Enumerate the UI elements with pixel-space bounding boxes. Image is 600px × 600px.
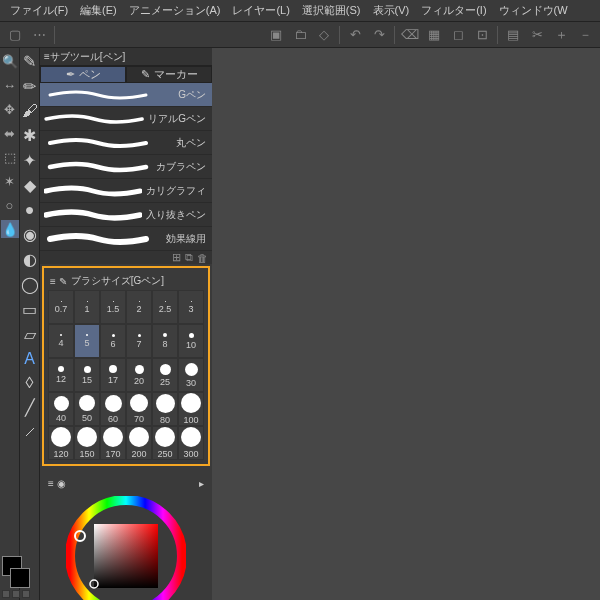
text-icon[interactable]: A — [24, 350, 35, 368]
box-icon[interactable]: ◻ — [447, 24, 469, 46]
del-subtool-icon[interactable]: 🗑 — [197, 252, 208, 264]
brush-size-cell[interactable]: 12 — [48, 358, 74, 392]
brush-size-cell[interactable]: 20 — [126, 358, 152, 392]
brush-size-cell[interactable]: 1 — [74, 290, 100, 324]
tab-marker[interactable]: ✎ マーカー — [126, 66, 212, 83]
brush-size-cell[interactable]: 70 — [126, 392, 152, 426]
folder-icon[interactable]: 🗀 — [289, 24, 311, 46]
brush-size-cell[interactable]: 60 — [100, 392, 126, 426]
brush-size-cell[interactable]: 3 — [178, 290, 204, 324]
add-subtool-icon[interactable]: ⊞ — [172, 251, 181, 264]
pen-item[interactable]: 入り抜きペン — [40, 203, 212, 227]
deco-icon[interactable]: ✦ — [23, 151, 36, 170]
pen-item[interactable]: 丸ペン — [40, 131, 212, 155]
brush-size-label: 15 — [82, 375, 92, 385]
brush-size-cell[interactable]: 80 — [152, 392, 178, 426]
crop-icon[interactable]: ✂ — [526, 24, 548, 46]
layer-move-icon[interactable]: ⬌ — [1, 124, 19, 142]
brush-size-cell[interactable]: 17 — [100, 358, 126, 392]
brush-size-cell[interactable]: 30 — [178, 358, 204, 392]
brush-size-cell[interactable]: 50 — [74, 392, 100, 426]
grid-icon[interactable]: ▤ — [502, 24, 524, 46]
brush-size-cell[interactable]: 2.5 — [152, 290, 178, 324]
brush-size-cell[interactable]: 7 — [126, 324, 152, 358]
brush-size-cell[interactable]: 2 — [126, 290, 152, 324]
pencil-icon[interactable]: ✏ — [23, 77, 36, 96]
brush-size-cell[interactable]: 40 — [48, 392, 74, 426]
fill-icon[interactable]: ▦ — [423, 24, 445, 46]
menu-animation[interactable]: アニメーション(A) — [123, 3, 227, 18]
brush-size-cell[interactable]: 4 — [48, 324, 74, 358]
brush-size-cell[interactable]: 15 — [74, 358, 100, 392]
blend-icon[interactable]: ● — [25, 201, 35, 219]
menu-file[interactable]: ファイル(F) — [4, 3, 74, 18]
move-icon[interactable]: ↔ — [1, 76, 19, 94]
subtool-header: ≡ サブツール[ペン] — [40, 48, 212, 66]
brush-size-label: 200 — [131, 449, 146, 459]
clear-icon[interactable]: ⌫ — [399, 24, 421, 46]
undo-icon[interactable]: ↶ — [344, 24, 366, 46]
brush-icon[interactable]: 🖌 — [22, 102, 38, 120]
color-wheel[interactable] — [66, 496, 186, 600]
menu-layer[interactable]: レイヤー(L) — [226, 3, 295, 18]
brush-size-cell[interactable]: 200 — [126, 426, 152, 460]
lasso-icon[interactable]: ○ — [1, 196, 19, 214]
tool-palette-2: ✎ ✏ 🖌 ✱ ✦ ◆ ● ◉ ◐ ◯ ▭ ▱ A ◊ ╱ ⟋ — [20, 48, 40, 600]
brush-size-label: 60 — [108, 414, 118, 424]
new-doc-icon[interactable]: ▢ — [4, 24, 26, 46]
menu-selection[interactable]: 選択範囲(S) — [296, 3, 367, 18]
brush-size-cell[interactable]: 0.7 — [48, 290, 74, 324]
eyedrop-icon[interactable]: 💧 — [1, 220, 19, 238]
tag-icon[interactable]: ◇ — [313, 24, 335, 46]
brush-size-cell[interactable]: 100 — [178, 392, 204, 426]
fill-tool-icon[interactable]: ◉ — [23, 225, 37, 244]
pen-item[interactable]: 効果線用 — [40, 227, 212, 251]
brush-size-cell[interactable]: 1.5 — [100, 290, 126, 324]
pen-item[interactable]: カリグラフィ — [40, 179, 212, 203]
brush-size-cell[interactable]: 250 — [152, 426, 178, 460]
brush-size-cell[interactable]: 8 — [152, 324, 178, 358]
pen-item[interactable]: Gペン — [40, 83, 212, 107]
brush-size-cell[interactable]: 25 — [152, 358, 178, 392]
menu-window[interactable]: ウィンドウ(W — [493, 3, 574, 18]
brush-size-cell[interactable]: 150 — [74, 426, 100, 460]
line-icon[interactable]: ╱ — [25, 398, 35, 417]
zoom-icon[interactable]: ⊡ — [471, 24, 493, 46]
magnify-icon[interactable]: 🔍 — [1, 52, 19, 70]
brush-size-cell[interactable]: 6 — [100, 324, 126, 358]
correct-icon[interactable]: ⟋ — [22, 423, 38, 441]
marquee-icon[interactable]: ⬚ — [1, 148, 19, 166]
plus-icon[interactable]: ＋ — [550, 24, 572, 46]
brush-size-label: 50 — [82, 413, 92, 423]
menu-edit[interactable]: 編集(E) — [74, 3, 123, 18]
brush-size-cell[interactable]: 10 — [178, 324, 204, 358]
pen-name: 効果線用 — [156, 232, 212, 246]
balloon-icon[interactable]: ◊ — [26, 374, 34, 392]
pen-icon[interactable]: ✎ — [23, 52, 36, 71]
menu-filter[interactable]: フィルター(I) — [415, 3, 492, 18]
brush-size-label: 12 — [56, 374, 66, 384]
redo-icon[interactable]: ↷ — [368, 24, 390, 46]
pen-item[interactable]: リアルGペン — [40, 107, 212, 131]
clip-icon[interactable]: ▣ — [265, 24, 287, 46]
bg-color-swatch[interactable] — [10, 568, 30, 588]
frame-icon[interactable]: ▭ — [22, 300, 37, 319]
ruler-icon[interactable]: ▱ — [24, 325, 36, 344]
brush-size-cell[interactable]: 170 — [100, 426, 126, 460]
brush-size-cell[interactable]: 300 — [178, 426, 204, 460]
airbrush-icon[interactable]: ✱ — [23, 126, 36, 145]
brush-size-cell[interactable]: 120 — [48, 426, 74, 460]
brush-size-cell[interactable]: 5 — [74, 324, 100, 358]
tab-pen[interactable]: ✒ ペン — [40, 66, 126, 83]
wand-icon[interactable]: ✶ — [1, 172, 19, 190]
menu-view[interactable]: 表示(V) — [367, 3, 416, 18]
dup-subtool-icon[interactable]: ⧉ — [185, 251, 193, 264]
ops-icon[interactable]: ✥ — [1, 100, 19, 118]
shape-icon[interactable]: ◯ — [21, 275, 39, 294]
eraser-icon[interactable]: ◆ — [24, 176, 36, 195]
pen-item[interactable]: カブラペン — [40, 155, 212, 179]
canvas-area[interactable] — [212, 48, 600, 600]
gradient-icon[interactable]: ◐ — [23, 250, 37, 269]
minus-icon[interactable]: － — [574, 24, 596, 46]
more-icon[interactable]: ⋯ — [28, 24, 50, 46]
